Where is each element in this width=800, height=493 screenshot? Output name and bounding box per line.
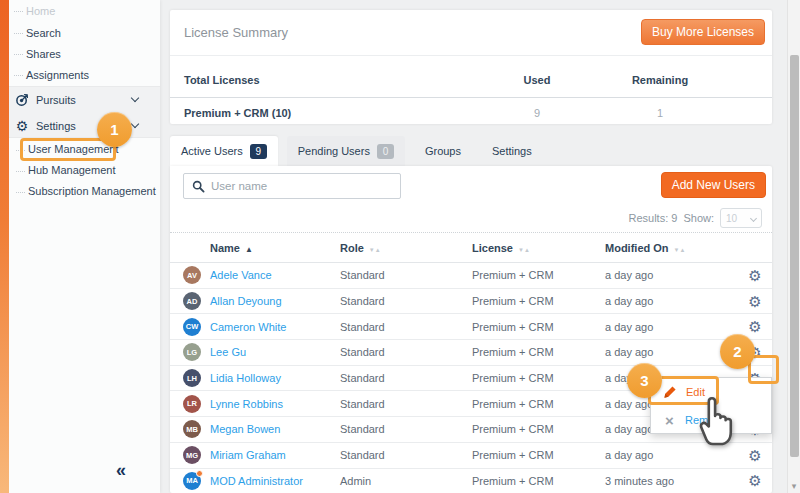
buy-more-licenses-button[interactable]: Buy More Licenses xyxy=(641,19,765,45)
column-header-role[interactable]: Role▼▲ xyxy=(340,242,472,254)
sidebar-item-label: Shares xyxy=(26,48,61,60)
sidebar-item-label: Subscription Management xyxy=(28,185,156,197)
sidebar-item-shares[interactable]: Shares xyxy=(26,44,61,64)
sort-asc-icon: ▲ xyxy=(245,245,253,254)
search-icon xyxy=(192,180,205,193)
row-settings-gear-icon[interactable]: ⚙ xyxy=(738,319,772,334)
row-settings-gear-icon[interactable]: ⚙ xyxy=(738,268,772,283)
sidebar-item-label: Pursuits xyxy=(36,94,76,106)
annotation-step-2: 2 xyxy=(720,334,755,369)
page-size-value: 10 xyxy=(726,213,737,224)
row-settings-gear-icon[interactable]: ⚙ xyxy=(738,448,772,463)
tab-settings[interactable]: Settings xyxy=(481,136,543,166)
user-role: Standard xyxy=(340,423,472,435)
tree-guide xyxy=(14,75,23,76)
sidebar-item-search[interactable]: Search xyxy=(26,23,61,43)
avatar: LH xyxy=(183,369,201,387)
user-license: Premium + CRM xyxy=(472,449,605,461)
sidebar-item-pursuits[interactable]: Pursuits xyxy=(9,87,160,113)
pending-users-count-badge: 0 xyxy=(377,144,394,159)
tab-pending-users[interactable]: Pending Users 0 xyxy=(287,136,405,166)
page-size-select[interactable]: 10 xyxy=(720,208,762,228)
table-row: LG Lee Gu Standard Premium + CRM a day a… xyxy=(170,340,772,366)
user-management-screen: Home Search Shares Assignments Pursuits … xyxy=(0,0,800,493)
user-role: Admin xyxy=(340,475,472,487)
table-row: MA MOD Administrator Admin Premium + CRM… xyxy=(170,469,772,493)
pencil-icon xyxy=(663,385,677,399)
sidebar-accent-stripe xyxy=(0,0,9,493)
sidebar-collapse-button[interactable]: « xyxy=(116,460,125,481)
column-header-used: Used xyxy=(507,74,567,86)
tab-active-users[interactable]: Active Users 9 xyxy=(170,136,278,166)
table-row: MG Miriam Graham Standard Premium + CRM … xyxy=(170,443,772,469)
active-users-count-badge: 9 xyxy=(250,144,267,159)
avatar: CW xyxy=(183,318,201,336)
column-header-modified-on[interactable]: Modified On▼▲ xyxy=(605,242,738,254)
user-name-link[interactable]: Cameron White xyxy=(210,321,286,333)
column-header-remaining: Remaining xyxy=(615,74,705,86)
user-name-link[interactable]: Lee Gu xyxy=(210,346,246,358)
sidebar-item-subscription-management[interactable]: Subscription Management xyxy=(28,182,156,201)
users-panel-body: Add New Users Results: 9 Show: 10 Name▲ … xyxy=(170,166,772,493)
user-name-link[interactable]: Adele Vance xyxy=(210,269,272,281)
sidebar-item-label: User Management xyxy=(28,143,119,155)
user-license: Premium + CRM xyxy=(472,295,605,307)
column-header-license[interactable]: License▼▲ xyxy=(472,242,605,254)
scrollbar-down-arrow[interactable]: ▾ xyxy=(788,481,800,491)
sidebar-item-settings[interactable]: ⚙ Settings xyxy=(9,113,160,139)
sort-icon: ▼▲ xyxy=(518,247,530,253)
user-name-link[interactable]: Lynne Robbins xyxy=(210,398,283,410)
license-remaining-value: 1 xyxy=(615,107,705,119)
user-license: Premium + CRM xyxy=(472,423,605,435)
license-product: Premium + CRM (10) xyxy=(184,107,291,119)
user-name-link[interactable]: Allan Deyoung xyxy=(210,295,282,307)
license-used-value: 9 xyxy=(507,107,567,119)
sidebar-item-assignments[interactable]: Assignments xyxy=(26,65,89,85)
tree-guide xyxy=(16,192,25,193)
divider xyxy=(170,97,772,98)
user-role: Standard xyxy=(340,295,472,307)
user-name-link[interactable]: Miriam Graham xyxy=(210,449,286,461)
avatar: LR xyxy=(183,395,201,413)
presence-badge xyxy=(196,470,203,477)
column-header-name[interactable]: Name▲ xyxy=(210,242,340,254)
table-row: AV Adele Vance Standard Premium + CRM a … xyxy=(170,263,772,289)
avatar: MG xyxy=(183,446,201,464)
user-name-link[interactable]: MOD Administrator xyxy=(210,475,303,487)
chevron-down-icon xyxy=(131,120,139,128)
tab-label: Active Users xyxy=(181,145,243,157)
annotation-step-3: 3 xyxy=(627,363,662,398)
sidebar-item-label: Settings xyxy=(36,120,76,132)
scrollbar-thumb[interactable] xyxy=(790,55,799,457)
sidebar-item-label: Home xyxy=(26,5,55,17)
users-table: Name▲ Role▼▲ License▼▲ Modified On▼▲ AV … xyxy=(170,232,772,493)
tree-guide xyxy=(14,54,23,55)
user-name-link[interactable]: Lidia Holloway xyxy=(210,372,281,384)
sidebar-item-label: Assignments xyxy=(26,69,89,81)
user-modified: a day ago xyxy=(605,269,738,281)
sidebar-item-label: Search xyxy=(26,27,61,39)
avatar: AV xyxy=(183,266,201,284)
row-settings-gear-icon[interactable]: ⚙ xyxy=(738,294,772,309)
sidebar-item-hub-management[interactable]: Hub Management xyxy=(28,161,115,180)
tab-groups[interactable]: Groups xyxy=(414,136,472,166)
tab-label: Groups xyxy=(425,145,461,157)
user-license: Premium + CRM xyxy=(472,269,605,281)
user-name-link[interactable]: Megan Bowen xyxy=(210,423,280,435)
user-role: Standard xyxy=(340,372,472,384)
user-role: Standard xyxy=(340,346,472,358)
user-modified: a day ago xyxy=(605,295,738,307)
vertical-scrollbar[interactable]: ▾ xyxy=(787,0,800,493)
user-license: Premium + CRM xyxy=(472,475,605,487)
user-search-input[interactable] xyxy=(211,180,400,192)
row-settings-gear-icon[interactable]: ⚙ xyxy=(738,473,772,488)
tree-guide xyxy=(14,11,23,12)
sidebar-item-home[interactable]: Home xyxy=(26,1,55,21)
sidebar: Home Search Shares Assignments Pursuits … xyxy=(0,0,160,493)
user-modified: a day ago xyxy=(605,346,738,358)
chevron-down-icon xyxy=(131,94,139,102)
avatar: MB xyxy=(183,420,201,438)
avatar: LG xyxy=(183,343,201,361)
add-new-users-button[interactable]: Add New Users xyxy=(661,172,766,198)
sort-icon: ▼▲ xyxy=(674,247,686,253)
